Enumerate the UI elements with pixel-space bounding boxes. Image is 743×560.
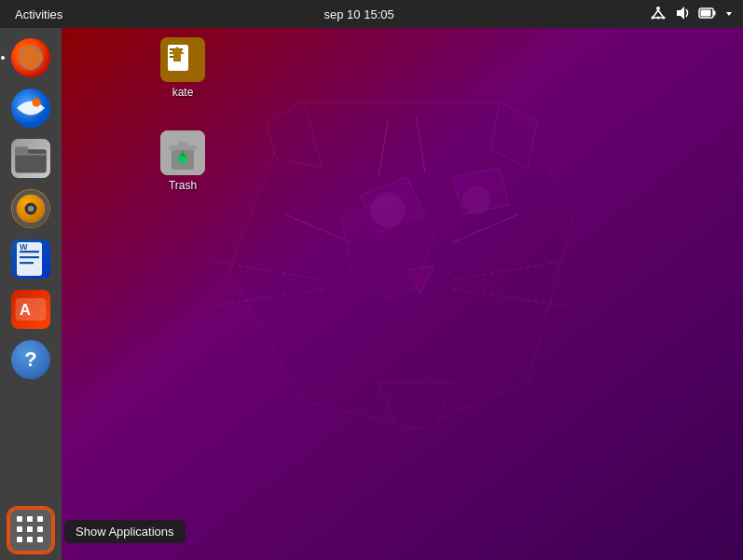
show-applications-grid-icon: [17, 516, 45, 544]
svg-marker-7: [677, 7, 684, 20]
dock-item-ubuntu-software[interactable]: A: [8, 287, 53, 332]
svg-point-0: [656, 7, 660, 10]
battery-icon[interactable]: [698, 7, 717, 22]
system-menu-icon[interactable]: [724, 7, 734, 21]
svg-text:W: W: [20, 242, 28, 252]
svg-rect-15: [15, 146, 28, 154]
svg-point-4: [651, 16, 654, 19]
svg-point-18: [28, 206, 34, 212]
svg-point-13: [33, 99, 41, 107]
topbar-datetime: sep 10 15:05: [324, 7, 394, 21]
show-applications-button[interactable]: Show Applications: [8, 508, 53, 553]
desktop: kate Trash: [62, 28, 743, 560]
dock-item-thunderbird[interactable]: [8, 86, 53, 130]
topbar: Activities sep 10 15:05: [0, 0, 743, 28]
svg-line-2: [658, 10, 664, 18]
svg-point-43: [371, 193, 405, 226]
network-icon[interactable]: [650, 5, 667, 24]
dock-item-rhythmbox[interactable]: [8, 186, 53, 231]
svg-rect-21: [20, 256, 39, 258]
desktop-background: [62, 28, 743, 560]
trash-icon-label: Trash: [169, 179, 197, 192]
dock-item-help[interactable]: ?: [8, 337, 53, 382]
svg-line-1: [653, 10, 658, 18]
dock: W A ? Show Applications: [0, 28, 62, 560]
topbar-right: [650, 5, 734, 24]
activities-button[interactable]: Activities: [9, 6, 68, 23]
kate-icon: [160, 37, 205, 82]
kate-icon-label: kate: [172, 86, 194, 99]
volume-icon[interactable]: [674, 5, 691, 24]
trash-icon: [160, 130, 205, 175]
svg-rect-22: [20, 262, 34, 264]
dock-item-firefox[interactable]: [8, 35, 53, 80]
svg-point-6: [656, 16, 659, 19]
dock-item-libreoffice-writer[interactable]: W: [8, 237, 53, 281]
desktop-icon-trash[interactable]: Trash: [145, 130, 220, 192]
svg-text:A: A: [20, 301, 31, 318]
desktop-icon-kate[interactable]: kate: [145, 37, 220, 99]
svg-marker-11: [726, 12, 732, 16]
svg-rect-53: [178, 142, 187, 146]
svg-rect-9: [713, 10, 716, 15]
dock-item-files[interactable]: [8, 136, 53, 181]
svg-point-5: [662, 16, 665, 19]
svg-point-44: [462, 186, 490, 214]
topbar-left: Activities: [9, 6, 68, 23]
svg-rect-10: [700, 9, 710, 16]
